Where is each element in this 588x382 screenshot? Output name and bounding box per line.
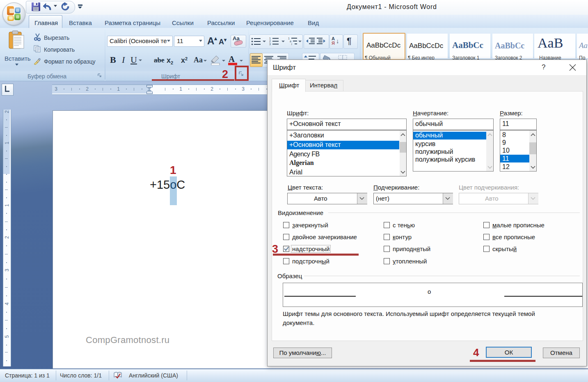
svg-text:1: 1 — [269, 37, 271, 40]
svg-text:2: 2 — [269, 40, 271, 43]
svg-text:i: i — [291, 43, 292, 46]
svg-text:1: 1 — [288, 37, 290, 40]
svg-text:3: 3 — [269, 43, 271, 46]
svg-text:a: a — [290, 40, 291, 43]
